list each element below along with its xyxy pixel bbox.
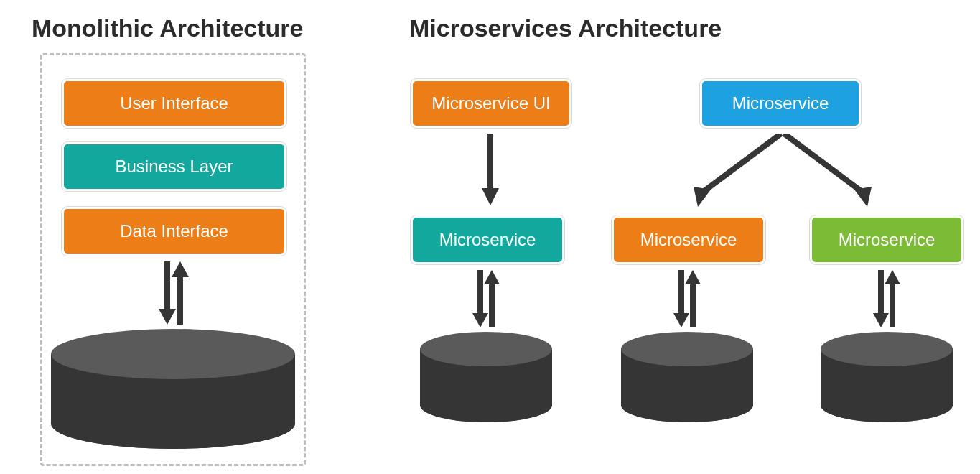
svg-point-4 (51, 399, 295, 449)
microservices-title: Microservices Architecture (409, 14, 722, 42)
svg-marker-1 (172, 261, 189, 325)
svg-point-5 (51, 329, 295, 379)
database-2-icon (619, 330, 755, 424)
microservice-teal-box: Microservice (411, 215, 564, 264)
svg-marker-12 (472, 270, 488, 327)
database-1-icon (418, 330, 554, 424)
svg-marker-13 (484, 270, 500, 327)
database-3-icon (818, 330, 955, 424)
svg-marker-17 (885, 270, 900, 327)
svg-marker-16 (873, 270, 889, 327)
svg-point-28 (821, 388, 953, 422)
svg-marker-0 (159, 261, 176, 325)
bidir-arrow-1-icon (467, 270, 505, 327)
svg-rect-6 (487, 134, 493, 190)
svg-line-10 (784, 134, 863, 192)
microservice-green-box: Microservice (810, 215, 963, 264)
microservice-ui-box: Microservice UI (411, 79, 571, 128)
monolithic-database-icon (49, 327, 297, 452)
svg-marker-15 (685, 270, 701, 327)
microservice-orange2-box: Microservice (612, 215, 765, 264)
svg-point-24 (621, 388, 753, 422)
svg-marker-11 (854, 187, 872, 207)
svg-marker-9 (694, 187, 711, 207)
monolithic-bidir-arrow-icon (152, 261, 195, 325)
monolithic-layer-business: Business Layer (62, 142, 286, 191)
svg-point-25 (621, 332, 753, 366)
microservice-blue-box: Microservice (700, 79, 861, 128)
monolithic-layer-data: Data Interface (62, 207, 286, 256)
svg-line-8 (702, 134, 781, 192)
bidir-arrow-3-icon (867, 270, 906, 327)
svg-point-21 (420, 332, 552, 366)
svg-marker-14 (673, 270, 689, 327)
svg-point-20 (420, 388, 552, 422)
arrow-split-icon (668, 134, 897, 210)
monolithic-layer-ui: User Interface (62, 79, 286, 128)
bidir-arrow-2-icon (668, 270, 706, 327)
svg-marker-7 (482, 188, 499, 205)
monolithic-title: Monolithic Architecture (32, 14, 303, 42)
arrow-down-left-icon (480, 134, 501, 205)
svg-point-29 (821, 332, 953, 366)
